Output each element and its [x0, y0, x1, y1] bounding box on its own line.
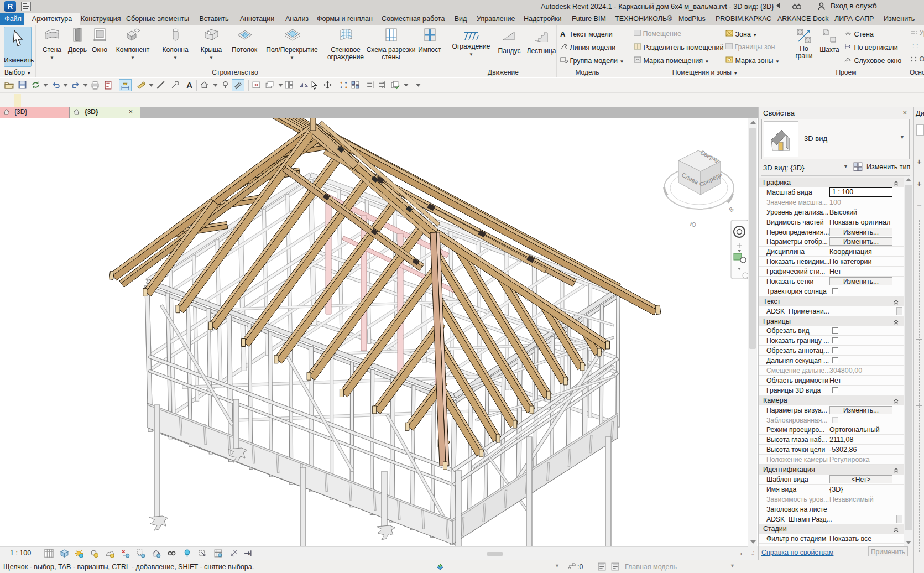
svg-text:A: A [186, 81, 192, 90]
svg-text:В: В [728, 206, 735, 213]
svg-text:Ю: Ю [690, 220, 697, 228]
